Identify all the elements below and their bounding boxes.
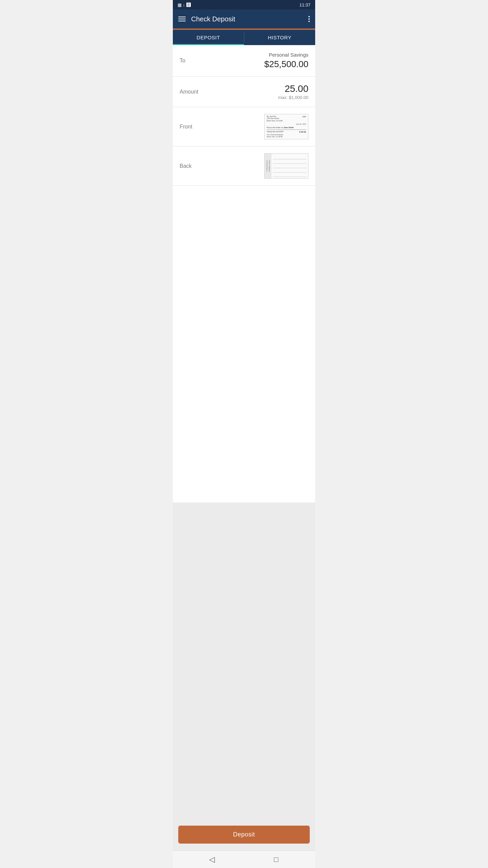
deposit-button[interactable]: Deposit <box>178 826 310 844</box>
home-icon: □ <box>274 855 278 864</box>
more-options-button[interactable] <box>308 16 310 22</box>
deposit-button-container: Deposit <box>173 819 315 850</box>
amount-info[interactable]: 25.00 max: $1,000.00 <box>278 83 308 100</box>
page-title: Check Deposit <box>191 15 308 23</box>
account-balance: $25,500.00 <box>264 59 308 70</box>
check-front-top: Ms. Jane Doe1234 Some StreetBeach Town, … <box>267 116 306 122</box>
hamburger-line-1 <box>178 17 186 17</box>
dot-3 <box>308 21 310 22</box>
front-check-image[interactable]: Ms. Jane Doe1234 Some StreetBeach Town, … <box>264 114 308 139</box>
to-row: To Personal Savings $25,500.00 <box>173 45 315 77</box>
to-label: To <box>180 58 185 64</box>
nav-home-button[interactable]: □ <box>269 852 284 867</box>
back-row: Back For Mobile Deposit To Mobile Instit… <box>173 146 315 186</box>
nav-back-button[interactable]: ◁ <box>204 852 219 867</box>
front-row: Front Ms. Jane Doe1234 Some StreetBeach … <box>173 107 315 146</box>
amount-value: 25.00 <box>278 83 308 94</box>
status-time: 11:37 <box>299 2 310 7</box>
amount-label: Amount <box>180 89 198 95</box>
account-name: Personal Savings <box>264 52 308 58</box>
amount-max: max: $1,000.00 <box>278 95 308 100</box>
front-label: Front <box>180 124 192 130</box>
hamburger-line-2 <box>178 19 186 19</box>
content-area: To Personal Savings $25,500.00 Amount 25… <box>173 45 315 502</box>
nav-bar: ◁ □ <box>173 850 315 868</box>
account-info[interactable]: Personal Savings $25,500.00 <box>264 52 308 70</box>
back-check-image[interactable]: For Mobile Deposit To Mobile Institution <box>264 153 308 179</box>
back-icon: ◁ <box>209 855 215 864</box>
tab-bar: DEPOSIT HISTORY <box>173 30 315 45</box>
empty-area <box>173 502 315 819</box>
tab-history[interactable]: HISTORY <box>244 30 316 45</box>
menu-button[interactable] <box>178 17 186 21</box>
dot-2 <box>308 18 310 20</box>
status-right: 11:37 <box>299 2 310 7</box>
amount-row: Amount 25.00 max: $1,000.00 <box>173 77 315 107</box>
tab-deposit[interactable]: DEPOSIT <box>173 30 244 45</box>
app-header: Check Deposit <box>173 9 315 28</box>
dot-1 <box>308 16 310 17</box>
hamburger-line-3 <box>178 21 186 21</box>
back-label: Back <box>180 163 192 169</box>
status-icons: ▦ ↓ 🅱 <box>178 2 191 7</box>
check-back-endorsement: For Mobile Deposit To Mobile Institution <box>265 154 271 178</box>
status-left: ▦ ↓ 🅱 <box>178 2 191 7</box>
status-bar: ▦ ↓ 🅱 11:37 <box>173 0 315 9</box>
